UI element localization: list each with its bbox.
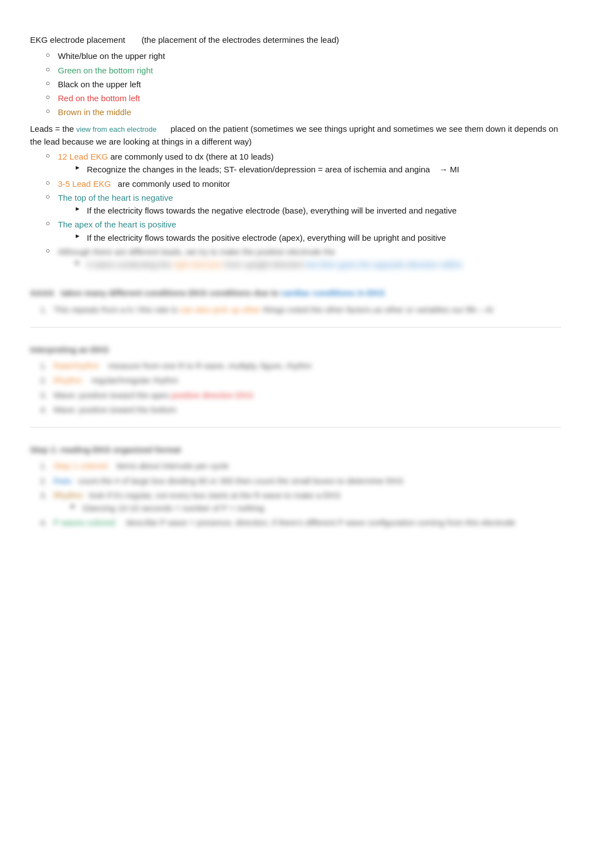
leads-sub-list: 12 Lead EKG are commonly used to dx (the… bbox=[30, 150, 561, 271]
blurred-section-1-list: This repeats from a b / this rate is can… bbox=[30, 303, 561, 316]
step1-list: Step 1 colored items about intervals per… bbox=[30, 459, 561, 529]
leads-sub-item-5-sub-1-blurred: It starts conducting the right direction… bbox=[75, 258, 561, 271]
electrode-list: White/blue on the upper right Green on t… bbox=[30, 49, 561, 118]
step1-section: Step 1: reading EKG organized format Ste… bbox=[30, 443, 561, 529]
page-title-line: EKG electrode placement (the placement o… bbox=[30, 33, 561, 46]
leads-sub-item-3-sub-1: If the electricity flows towards the neg… bbox=[75, 204, 561, 217]
leads-sub-item-1-sub-1: Recognize the changes in the leads; ST- … bbox=[75, 163, 561, 176]
interpreting-ekg-list: Rate/rhythm measure from one R to R wave… bbox=[30, 359, 561, 416]
leads-sub-item-5-sub-blurred: It starts conducting the right direction… bbox=[58, 258, 561, 271]
leads-sub-item-1: 12 Lead EKG are commonly used to dx (the… bbox=[46, 150, 561, 176]
step1-item-3: Rhythm: look if it's regular, not every … bbox=[40, 489, 561, 515]
title-paren: (the placement of the electrodes determi… bbox=[141, 35, 339, 44]
divider-1 bbox=[30, 327, 561, 328]
step1-item-4: P waves colored: describe P wave = prese… bbox=[40, 516, 561, 529]
leads-sub-item-4: The apex of the heart is positive If the… bbox=[46, 218, 561, 244]
step1-item-1: Step 1 colored items about intervals per… bbox=[40, 459, 561, 472]
interpreting-ekg-heading: Interpreting an EKG bbox=[30, 343, 561, 356]
divider-2 bbox=[30, 427, 561, 428]
leads-line: Leads = the view from each electrode pla… bbox=[30, 122, 561, 148]
leads-sub-item-4-subs: If the electricity flows towards the pos… bbox=[58, 231, 561, 244]
leads-prefix: Leads = the bbox=[30, 124, 74, 133]
step1-heading: Step 1: reading EKG organized format bbox=[30, 443, 561, 456]
blurred-section-1: AAAA takes many different conditions EKG… bbox=[30, 286, 561, 316]
leads-sub-item-2: 3-5 Lead EKG are commonly used to monito… bbox=[46, 177, 561, 190]
leads-sub-item-3-subs: If the electricity flows towards the neg… bbox=[58, 204, 561, 217]
electrode-item-3: Black on the upper left bbox=[46, 78, 561, 91]
step1-item-3-subs: Glancing 10-10 seconds = number of P = n… bbox=[53, 502, 561, 514]
interpreting-ekg-section: Interpreting an EKG Rate/rhythm measure … bbox=[30, 343, 561, 416]
leads-spacer bbox=[159, 124, 169, 133]
electrode-item-5: Brown in the middle bbox=[46, 106, 561, 118]
title-spacer bbox=[127, 35, 139, 44]
leads-sub-item-5-blurred: Although there are different leads, we t… bbox=[46, 245, 561, 271]
interp-item-3: Wave: positive toward the apex positive … bbox=[40, 389, 561, 401]
page-title: EKG electrode placement bbox=[30, 35, 125, 44]
interp-item-2: Rhythm regular/irregular rhythm bbox=[40, 374, 561, 386]
leads-highlight: view from each electrode bbox=[76, 125, 157, 133]
interp-item-1: Rate/rhythm measure from one R to R wave… bbox=[40, 359, 561, 372]
leads-sub-item-4-sub-1: If the electricity flows towards the pos… bbox=[75, 231, 561, 244]
leads-sub-item-3: The top of the heart is negative If the … bbox=[46, 191, 561, 217]
electrode-item-1: White/blue on the upper right bbox=[46, 49, 561, 62]
step1-item-3-sub-1: Glancing 10-10 seconds = number of P = n… bbox=[70, 502, 561, 514]
blurred-s1-item-1: This repeats from a b / this rate is can… bbox=[40, 303, 561, 316]
electrode-item-2: Green on the bottom right bbox=[46, 64, 561, 77]
blurred-section-1-heading: AAAA takes many different conditions EKG… bbox=[30, 286, 561, 299]
step1-item-2: Rate: count the # of large box dividing … bbox=[40, 474, 561, 487]
interp-item-4: Wave: positive toward the bottom bbox=[40, 403, 561, 416]
electrode-item-4: Red on the bottom left bbox=[46, 92, 561, 105]
leads-sub-item-1-subs: Recognize the changes in the leads; ST- … bbox=[58, 163, 561, 176]
